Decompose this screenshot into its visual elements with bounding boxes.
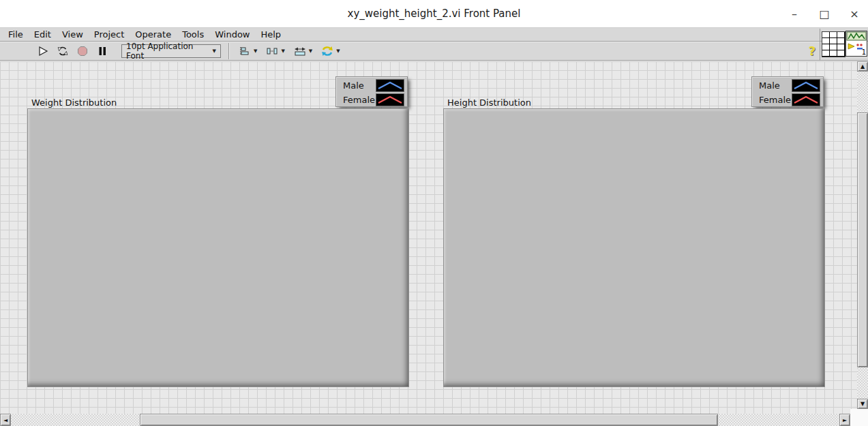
legend-line-swatch [376, 93, 404, 106]
align-objects-button[interactable]: ▼ [237, 44, 259, 59]
context-help-button[interactable]: ? [806, 42, 818, 59]
menu-item-file[interactable]: File [3, 28, 29, 42]
title-bar: xy_weight_height_2.vi Front Panel – □ × [0, 0, 868, 28]
pause-button[interactable] [95, 44, 110, 59]
font-selector-value: 10pt Application Font [126, 42, 210, 61]
weight-distribution-graph: Weight Distribution Male0200400600800100… [27, 76, 410, 387]
distribute-objects-button[interactable]: ▼ [264, 44, 286, 59]
legend-item-male[interactable]: Male020040060080010001200140016006080100… [336, 78, 407, 92]
scroll-right-button[interactable]: ► [839, 414, 850, 426]
maximize-button[interactable]: □ [815, 4, 834, 23]
scroll-left-button[interactable]: ◄ [0, 414, 11, 426]
legend-label: Female [336, 95, 376, 105]
run-continuously-icon [57, 46, 69, 57]
arrow-up-icon: ▲ [860, 63, 865, 70]
xy-plot [444, 109, 824, 386]
chevron-down-icon: ▼ [336, 48, 340, 54]
window-title: xy_weight_height_2.vi Front Panel [0, 7, 868, 20]
graph-title: Height Distribution [447, 97, 531, 108]
vi-instance-badge: 1 [862, 49, 866, 56]
chevron-down-icon: ▼ [254, 48, 257, 54]
vertical-scroll-thumb[interactable] [857, 112, 868, 367]
graph-panel[interactable] [443, 108, 825, 387]
scrollbar-corner [850, 409, 868, 426]
menu-item-view[interactable]: View [57, 28, 89, 42]
toolbar-right-divider [820, 29, 820, 61]
legend-label: Female [752, 95, 792, 105]
abort-button[interactable] [75, 44, 90, 59]
menu-item-operate[interactable]: Operate [130, 28, 177, 42]
legend-line-swatch: 5557.56062.56567.57072.57577.58001002003… [792, 79, 820, 92]
svg-text:1400: 1400 [818, 82, 820, 91]
chevron-down-icon: ▼ [281, 48, 284, 54]
distribute-objects-icon [266, 46, 278, 56]
arrow-down-icon: ▼ [860, 401, 865, 407]
pause-icon [98, 46, 107, 57]
graph-title: Weight Distribution [31, 97, 117, 108]
minimize-button[interactable]: – [785, 4, 804, 23]
menu-bar: FileEditViewProjectOperateToolsWindowHel… [0, 28, 868, 42]
height-distribution-graph: Height Distribution Male5557.56062.56567… [443, 76, 826, 387]
toolbar: 10pt Application Font ▼ ▼ ▼ [0, 42, 868, 61]
plot-legend: Male5557.56062.56567.57072.57577.5800100… [751, 76, 824, 107]
menu-item-window[interactable]: Window [209, 28, 255, 42]
scroll-up-button[interactable]: ▲ [857, 61, 868, 72]
legend-item-female[interactable]: Female [336, 93, 407, 106]
connector-pane-icon[interactable] [822, 31, 845, 57]
horizontal-scroll-thumb[interactable] [140, 414, 718, 426]
close-button[interactable]: × [845, 4, 864, 23]
arrow-left-icon: ◄ [3, 417, 8, 423]
menu-item-tools[interactable]: Tools [177, 28, 209, 42]
chevron-down-icon: ▼ [213, 48, 216, 54]
menu-item-help[interactable]: Help [255, 28, 286, 42]
run-continuously-button[interactable] [55, 44, 70, 59]
reorder-icon [321, 46, 333, 57]
scroll-down-button[interactable]: ▼ [857, 399, 868, 409]
toolbar-separator [228, 43, 229, 59]
legend-item-male[interactable]: Male5557.56062.56567.57072.57577.5800100… [752, 78, 823, 92]
chevron-down-icon: ▼ [309, 48, 312, 54]
window-controls: – □ × [785, 0, 864, 27]
graph-panel[interactable] [27, 108, 409, 387]
align-objects-icon [239, 46, 251, 56]
run-button[interactable] [35, 44, 50, 59]
resize-objects-button[interactable]: ▼ [292, 44, 314, 59]
legend-line-swatch [792, 93, 820, 106]
vertical-scrollbar[interactable]: ▲ ▼ [857, 61, 868, 409]
plot-legend: Male020040060080010001200140016006080100… [335, 76, 408, 107]
vi-icon-button[interactable]: 1 [845, 31, 867, 57]
font-selector[interactable]: 10pt Application Font ▼ [121, 44, 221, 58]
resize-objects-icon [294, 46, 306, 56]
legend-label: Male [752, 80, 792, 91]
legend-line-swatch: 0200400600800100012001400160060801001201… [376, 79, 404, 92]
reorder-button[interactable]: ▼ [319, 44, 342, 59]
horizontal-scrollbar[interactable]: ◄ ► [0, 414, 850, 426]
front-panel[interactable]: Weight Distribution Male0200400600800100… [0, 61, 857, 414]
arrow-right-icon: ► [843, 417, 847, 423]
xy-plot [28, 109, 408, 386]
legend-item-female[interactable]: Female [752, 93, 823, 106]
run-arrow-icon [38, 46, 48, 57]
menu-item-project[interactable]: Project [89, 28, 130, 42]
menu-item-edit[interactable]: Edit [29, 28, 57, 42]
legend-label: Male [336, 80, 376, 91]
abort-stop-icon [77, 46, 88, 57]
